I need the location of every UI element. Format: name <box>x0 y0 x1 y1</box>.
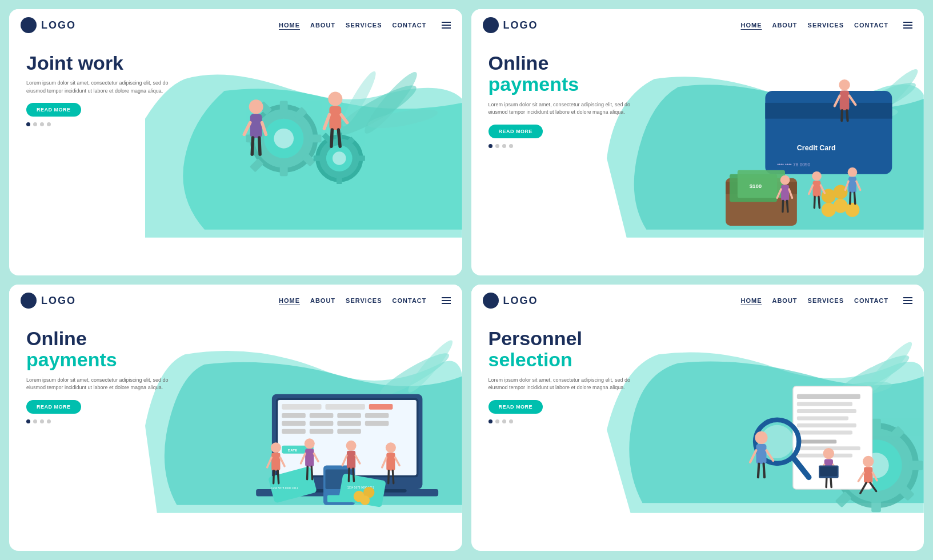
svg-rect-142 <box>909 461 923 470</box>
nav-home-4[interactable]: HOME <box>740 297 762 304</box>
svg-rect-8 <box>280 164 288 176</box>
svg-line-75 <box>842 110 842 121</box>
dot-1-4[interactable] <box>47 122 51 126</box>
dots-1 <box>26 122 175 126</box>
svg-rect-91 <box>337 421 361 426</box>
hamburger-icon-4[interactable] <box>903 297 912 304</box>
svg-rect-25 <box>250 114 262 138</box>
svg-line-57 <box>783 201 783 211</box>
logo-area-4: LOGO <box>483 293 538 309</box>
nav-about-3[interactable]: ABOUT <box>310 297 335 304</box>
svg-line-129 <box>389 470 389 483</box>
description-4: Lorem ipsum dolor sit amet, consectetur … <box>488 377 637 392</box>
title-2b: payments <box>488 74 637 95</box>
dot-1-3[interactable] <box>40 122 44 126</box>
bg-blob-3: DATE 1234 5678 9090 1011 1234 5678 9090 … <box>145 317 462 551</box>
logo-text-1: LOGO <box>41 19 76 31</box>
svg-point-6 <box>274 129 294 149</box>
nav-contact-3[interactable]: CONTACT <box>393 297 427 304</box>
nav-about-4[interactable]: ABOUT <box>772 297 797 304</box>
svg-line-70 <box>855 193 855 203</box>
nav-about-1[interactable]: ABOUT <box>310 22 335 29</box>
nav-services-4[interactable]: SERVICES <box>808 297 844 304</box>
svg-line-123 <box>349 469 349 481</box>
svg-line-166 <box>764 464 764 478</box>
dot-1-2[interactable] <box>33 122 37 126</box>
read-more-btn-4[interactable]: READ MORE <box>488 400 543 414</box>
dot-3-2[interactable] <box>33 419 37 423</box>
nav-links-4: HOME ABOUT SERVICES CONTACT <box>740 297 912 304</box>
dot-2-4[interactable] <box>509 144 513 148</box>
navbar-1: LOGO HOME ABOUT SERVICES CONTACT <box>9 9 462 41</box>
svg-text:$100: $100 <box>750 183 762 189</box>
svg-rect-60 <box>813 181 821 197</box>
svg-line-28 <box>252 138 253 154</box>
description-2: Lorem ipsum dolor sit amet, consectetur … <box>488 101 637 117</box>
title-4b: selection <box>488 349 637 370</box>
svg-rect-21 <box>313 155 322 161</box>
dot-4-2[interactable] <box>495 419 499 423</box>
logo-area-1: LOGO <box>21 17 76 33</box>
logo-text-3: LOGO <box>41 295 76 307</box>
nav-contact-4[interactable]: CONTACT <box>854 297 888 304</box>
card-body-3: DATE 1234 5678 9090 1011 1234 5678 9090 … <box>9 317 462 551</box>
svg-rect-54 <box>781 185 789 201</box>
card-body-2: Credit Card •••• •••• 78 0090 $100 <box>471 41 924 275</box>
dot-1-1[interactable] <box>26 122 30 126</box>
dot-3-1[interactable] <box>26 419 30 423</box>
dot-2-1[interactable] <box>488 144 492 148</box>
nav-home-3[interactable]: HOME <box>279 297 300 304</box>
dot-3-3[interactable] <box>40 419 44 423</box>
dot-4-1[interactable] <box>488 419 492 423</box>
svg-line-117 <box>307 467 307 479</box>
nav-services-1[interactable]: SERVICES <box>346 22 382 29</box>
svg-rect-95 <box>337 429 361 434</box>
svg-rect-87 <box>337 413 361 418</box>
svg-line-64 <box>819 197 819 207</box>
read-more-btn-3[interactable]: READ MORE <box>26 400 81 414</box>
card-body-4: Personnel selection Lorem ipsum dolor si… <box>471 317 924 551</box>
nav-links-1: HOME ABOUT SERVICES CONTACT <box>279 22 451 29</box>
hamburger-icon-3[interactable] <box>442 297 451 304</box>
read-more-btn-1[interactable]: READ MORE <box>26 103 81 117</box>
nav-home-1[interactable]: HOME <box>279 22 300 29</box>
svg-line-165 <box>758 464 759 478</box>
navbar-4: LOGO HOME ABOUT SERVICES CONTACT <box>471 285 924 317</box>
text-section-2: Online payments Lorem ipsum dolor sit am… <box>488 53 637 148</box>
svg-rect-154 <box>797 430 852 434</box>
hamburger-icon-1[interactable] <box>442 22 451 29</box>
svg-point-107 <box>271 442 281 453</box>
svg-rect-66 <box>848 177 856 193</box>
bg-blob-2: Credit Card •••• •••• 78 0090 $100 <box>607 41 924 275</box>
dot-4-4[interactable] <box>509 419 513 423</box>
card-body-1: Joint work Lorem ipsum dolor sit amet, c… <box>9 41 462 275</box>
svg-rect-85 <box>282 413 306 418</box>
title-4a: Personnel <box>488 328 637 349</box>
dot-2-3[interactable] <box>502 144 506 148</box>
nav-links-3: HOME ABOUT SERVICES CONTACT <box>279 297 451 304</box>
dot-2-2[interactable] <box>495 144 499 148</box>
svg-rect-93 <box>282 429 306 434</box>
svg-rect-84 <box>369 404 393 410</box>
nav-contact-1[interactable]: CONTACT <box>393 22 427 29</box>
description-1: Lorem ipsum dolor sit amet, consectetur … <box>26 79 175 95</box>
svg-rect-83 <box>325 404 365 410</box>
svg-point-133 <box>360 495 370 505</box>
nav-home-2[interactable]: HOME <box>740 22 762 29</box>
dot-4-3[interactable] <box>502 419 506 423</box>
nav-contact-2[interactable]: CONTACT <box>854 22 888 29</box>
svg-rect-40 <box>766 103 892 119</box>
hamburger-icon-2[interactable] <box>903 22 912 29</box>
nav-about-2[interactable]: ABOUT <box>772 22 797 29</box>
navbar-3: LOGO HOME ABOUT SERVICES CONTACT <box>9 285 462 317</box>
svg-line-76 <box>847 110 847 121</box>
svg-point-17 <box>333 151 346 165</box>
svg-line-112 <box>278 470 278 483</box>
nav-services-2[interactable]: SERVICES <box>808 22 844 29</box>
read-more-btn-2[interactable]: READ MORE <box>488 125 543 138</box>
svg-text:Credit Card: Credit Card <box>797 144 836 152</box>
svg-rect-120 <box>347 451 355 469</box>
svg-rect-7 <box>280 101 288 113</box>
nav-services-3[interactable]: SERVICES <box>346 297 382 304</box>
dot-3-4[interactable] <box>47 419 51 423</box>
